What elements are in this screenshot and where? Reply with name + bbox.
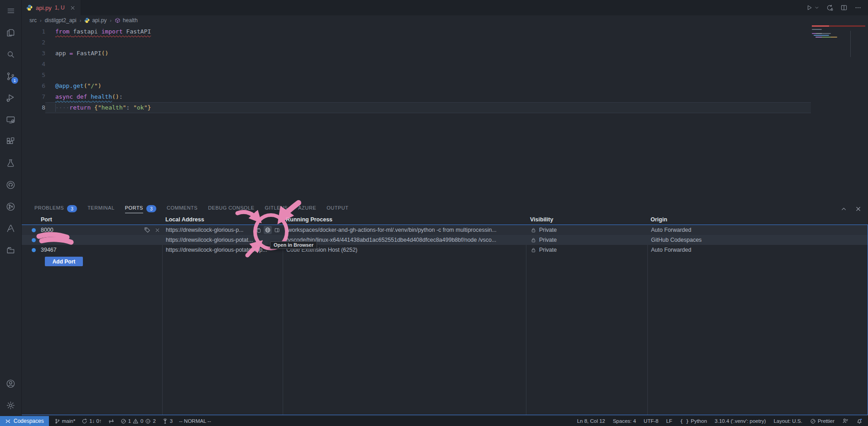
code-token: /	[91, 82, 94, 89]
breadcrumb-item-file[interactable]: api.py	[84, 17, 106, 24]
code-token: ok	[137, 104, 144, 111]
github-icon[interactable]	[0, 174, 21, 196]
origin-cell: GitHub Codespaces	[647, 237, 868, 243]
azure-icon[interactable]	[0, 217, 21, 239]
panel-tab-comments[interactable]: COMMENTS	[167, 203, 198, 215]
code-token: "	[94, 82, 98, 89]
explorer-icon[interactable]	[0, 22, 21, 43]
port-row-hidden[interactable]: https://drewsilcock-glorious-potat... /v…	[22, 235, 868, 245]
menu-hamburger-icon[interactable]	[0, 0, 21, 22]
code-line-current[interactable]: 8 ····return {"health": "ok"}	[21, 102, 868, 113]
status-encoding[interactable]: UTF-8	[644, 418, 659, 424]
warning-icon	[133, 418, 139, 424]
status-python-interpreter[interactable]: 3.10.4 ('.venv': poetry)	[715, 418, 766, 424]
tab-close-icon[interactable]	[70, 5, 76, 11]
chevron-right-icon: ›	[110, 18, 111, 23]
panel-controls	[840, 203, 862, 215]
tab-api-py[interactable]: api.py 1, U	[21, 0, 81, 15]
run-button-icon[interactable]	[806, 4, 813, 11]
panel-tab-terminal[interactable]: TERMINAL	[87, 203, 115, 215]
panel-tab-azure[interactable]: AZURE	[298, 203, 316, 215]
panel-tab-problems[interactable]: PROBLEMS3	[34, 203, 77, 215]
globe-icon	[265, 227, 271, 233]
code-line[interactable]: 3 app = FastAPI()	[21, 48, 868, 59]
panel-tab-ports[interactable]: PORTS3	[125, 203, 156, 215]
status-cursor-position[interactable]: Ln 8, Col 12	[577, 418, 605, 424]
open-preview-icon[interactable]	[274, 227, 280, 233]
code-line[interactable]: 4	[21, 59, 868, 70]
breadcrumb-item-folder[interactable]: distilgpt2_api	[45, 17, 77, 24]
port-status-dot	[32, 248, 36, 252]
indent-guide	[55, 104, 56, 112]
editor-tab-bar: api.py 1, U	[21, 0, 868, 15]
column-header-visibility[interactable]: Visibility	[526, 216, 647, 223]
port-row-39467[interactable]: 39467 https://drewsilcock-glorious-potat…	[22, 245, 868, 255]
panel-tab-output[interactable]: OUTPUT	[327, 203, 348, 215]
account-icon[interactable]	[0, 373, 21, 394]
line-number: 5	[21, 70, 45, 81]
status-vim-mode[interactable]: -- NORMAL --	[179, 418, 211, 424]
sync-icon	[82, 418, 87, 424]
status-eol[interactable]: LF	[666, 418, 672, 424]
code-text: ····return {"health": "ok"}	[55, 102, 151, 113]
code-line[interactable]: 6 @app.get("/")	[21, 81, 868, 91]
run-dropdown-chevron-icon[interactable]	[815, 5, 819, 10]
code-line[interactable]: 2	[21, 37, 868, 48]
copy-address-icon[interactable]	[256, 227, 261, 233]
breadcrumb-item-src[interactable]: src	[29, 17, 37, 24]
testing-beaker-icon[interactable]	[0, 152, 21, 174]
status-forwarded-ports[interactable]: 3	[162, 418, 173, 424]
code-token: app	[55, 50, 69, 57]
code-line[interactable]: 5	[21, 70, 868, 81]
port-status-dot	[32, 228, 36, 232]
stop-forwarding-close-icon[interactable]	[154, 227, 160, 233]
run-or-debug-icon[interactable]	[826, 4, 834, 12]
remote-indicator[interactable]: Codespaces	[0, 416, 49, 426]
split-editor-icon[interactable]	[840, 4, 848, 11]
status-keyboard-layout[interactable]: Layout: U.S.	[774, 418, 802, 424]
close-panel-icon[interactable]	[855, 206, 862, 212]
column-header-local-address[interactable]: Local Address	[162, 216, 282, 223]
status-indentation[interactable]: Spaces: 4	[613, 418, 636, 424]
git-graph-icon[interactable]	[0, 196, 21, 217]
code-editor[interactable]: 1 from fastapi import FastAPI 2 3 app = …	[21, 25, 868, 204]
code-line[interactable]: 7 async def health():	[21, 91, 868, 102]
code-token: "	[144, 104, 148, 111]
code-line[interactable]: 1 from fastapi import FastAPI	[21, 26, 868, 37]
port-row-8000[interactable]: 8000 https://drewsilcock-glorious-p... /…	[22, 225, 868, 235]
panel-tab-gitlens[interactable]: GITLENS	[265, 203, 288, 215]
minimap-line	[815, 37, 837, 38]
lock-icon	[530, 227, 536, 233]
containers-folder-icon[interactable]	[0, 239, 21, 261]
status-formatter[interactable]: Prettier	[810, 418, 834, 424]
panel-tab-debug-console[interactable]: DEBUG CONSOLE	[208, 203, 254, 215]
status-language[interactable]: { } Python	[680, 418, 707, 424]
status-problems[interactable]: 1 0 2	[121, 418, 156, 424]
minimap[interactable]	[811, 21, 867, 54]
column-header-origin[interactable]: Origin	[647, 216, 868, 223]
breadcrumb-item-symbol[interactable]: health	[115, 17, 138, 24]
remote-explorer-icon[interactable]	[0, 109, 21, 130]
settings-gear-icon[interactable]	[0, 394, 21, 416]
maximize-panel-chevron-up-icon[interactable]	[840, 206, 847, 212]
port-label-tag-icon[interactable]	[144, 227, 150, 233]
search-icon[interactable]	[0, 43, 21, 65]
open-in-browser-button[interactable]	[264, 226, 272, 234]
feedback-icon[interactable]	[842, 418, 849, 424]
circle-slash-icon	[810, 418, 816, 424]
more-actions-icon[interactable]	[854, 4, 862, 11]
notifications-bell-icon[interactable]	[856, 418, 863, 424]
code-token: }	[148, 104, 151, 111]
extensions-icon[interactable]	[0, 130, 21, 152]
run-and-debug-icon[interactable]	[0, 87, 21, 109]
code-token: =	[69, 50, 77, 57]
status-branch[interactable]: main*	[54, 418, 75, 424]
tab-decorations: 1, U	[55, 5, 65, 11]
add-port-button[interactable]: Add Port	[45, 257, 83, 266]
column-header-running-process[interactable]: Running Process	[282, 216, 526, 223]
git-graph-status-icon[interactable]	[108, 418, 114, 424]
code-token: fastapi	[73, 28, 101, 35]
status-sync[interactable]: 1↓ 0↑	[82, 418, 102, 424]
source-control-icon[interactable]: 1	[0, 65, 21, 87]
column-header-port[interactable]: Port	[21, 216, 162, 223]
